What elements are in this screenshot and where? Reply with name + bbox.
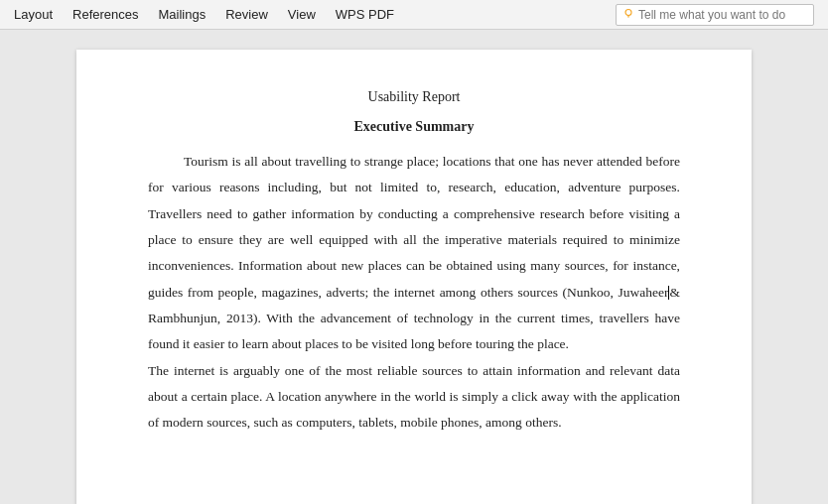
- paragraph-2: The internet is arguably one of the most…: [148, 358, 680, 437]
- search-area: [616, 4, 824, 26]
- search-box[interactable]: [616, 4, 814, 26]
- document-area: Usability Report Executive Summary Touri…: [0, 30, 828, 504]
- menu-item-layout[interactable]: Layout: [4, 3, 63, 26]
- menu-item-wps-pdf[interactable]: WPS PDF: [326, 3, 404, 26]
- lightbulb-icon: [622, 6, 634, 24]
- document-page: Usability Report Executive Summary Touri…: [76, 50, 752, 504]
- search-input[interactable]: [638, 8, 807, 22]
- section-title: Executive Summary: [148, 119, 680, 135]
- document-title: Usability Report: [148, 89, 680, 105]
- menu-item-references[interactable]: References: [63, 3, 148, 26]
- menu-bar: Layout References Mailings Review View W…: [0, 0, 828, 30]
- menu-item-review[interactable]: Review: [215, 3, 278, 26]
- svg-point-0: [625, 9, 631, 15]
- paragraph-1: Tourism is all about travelling to stran…: [148, 149, 680, 358]
- menu-item-mailings[interactable]: Mailings: [149, 3, 216, 26]
- menu-item-view[interactable]: View: [278, 3, 326, 26]
